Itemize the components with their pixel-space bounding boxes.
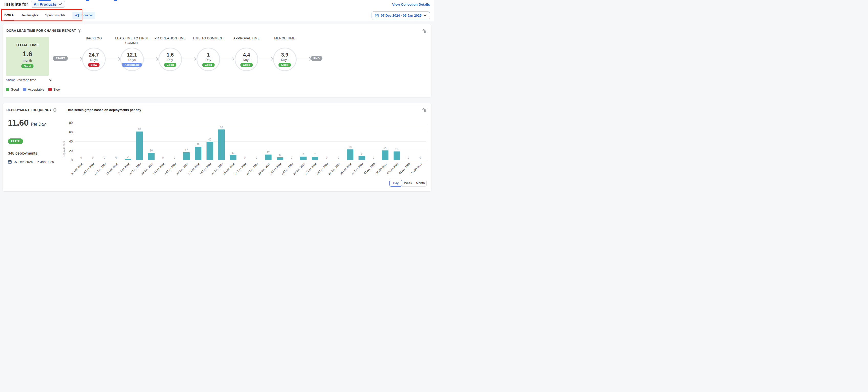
lead-time-card: DORA LEAD TIME FOR CHANGES REPORT i TOTA…	[3, 24, 431, 97]
x-tick-label: 24 Dec 2024	[269, 162, 282, 175]
bar-value-label: 0	[373, 156, 374, 159]
bar-column: 1223 Dec 2024	[262, 123, 274, 160]
stage-circle[interactable]: 12.1DaysAcceptable	[120, 48, 144, 71]
deployment-bar[interactable]	[382, 150, 389, 160]
deployments-bar-chart: Deployments 020406080007 Dec 2024008 Dec…	[63, 123, 426, 160]
y-tick-label: 0	[71, 158, 73, 162]
bar-column: 021 Dec 2024	[239, 123, 251, 160]
bar-value-label: 9	[361, 152, 363, 155]
deployment-bar[interactable]	[265, 155, 272, 160]
bar-column: 6619 Dec 2024	[215, 123, 227, 160]
bar-value-label: 0	[80, 156, 82, 159]
deployment-date-range-value: 07 Dec 2024 - 05 Jan 2025	[14, 160, 54, 164]
tab-dev-insights[interactable]: Dev Insights	[21, 9, 38, 21]
bar-series: 007 Dec 2024008 Dec 2024009 Dec 2024010 …	[75, 123, 426, 160]
insights-tab-bar: DORADev InsightsSprint Insights +3 more	[0, 9, 434, 21]
x-tick-label: 31 Dec 2024	[351, 162, 364, 175]
y-axis-label: Deployments	[62, 131, 65, 168]
chart-settings-icon[interactable]	[422, 108, 427, 113]
tab-dora[interactable]: DORA	[4, 9, 14, 21]
deployment-bar[interactable]	[195, 147, 202, 160]
deployment-bar[interactable]	[230, 155, 237, 160]
chevron-down-icon	[424, 14, 427, 17]
stage-circle[interactable]: 3.9DaysGood	[273, 48, 297, 71]
deployment-bar[interactable]	[394, 151, 400, 160]
show-dropdown[interactable]: Average time	[18, 78, 36, 82]
deployment-bar[interactable]	[300, 157, 307, 160]
deployment-bar[interactable]	[347, 149, 353, 160]
granularity-week-button[interactable]: Week	[402, 180, 414, 186]
x-tick-label: 25 Dec 2024	[281, 162, 294, 175]
bar-value-label: 62	[138, 128, 141, 131]
stage-name: MERGE TIME	[262, 36, 308, 41]
bar-value-label: 8	[303, 153, 304, 156]
deployment-bar[interactable]	[125, 159, 131, 160]
bar-value-label: 0	[174, 156, 176, 159]
flow-stage-time-to-comment: TIME TO COMMENT1DayGood	[196, 36, 221, 71]
bar-column: 1716 Dec 2024	[180, 123, 192, 160]
x-tick-label: 09 Dec 2024	[94, 162, 107, 175]
x-tick-label: 23 Dec 2024	[257, 162, 271, 175]
product-selector-dropdown[interactable]: All Products	[31, 1, 65, 8]
x-tick-label: 14 Dec 2024	[152, 162, 165, 175]
deployment-bar[interactable]	[312, 157, 318, 160]
chevron-down-icon	[90, 14, 92, 16]
x-tick-label: 17 Dec 2024	[187, 162, 200, 175]
bar-value-label: 66	[220, 126, 223, 129]
deployment-bar[interactable]	[359, 156, 365, 160]
stage-status-badge: Good	[240, 63, 253, 67]
stage-unit: Days	[281, 58, 288, 62]
x-tick-label: 08 Dec 2024	[82, 162, 95, 175]
flow-arrow	[144, 59, 158, 59]
x-tick-label: 27 Dec 2024	[304, 162, 317, 175]
stage-status-badge: Good	[202, 63, 215, 67]
legend-swatch	[6, 88, 9, 91]
bar-column: 4018 Dec 2024	[204, 123, 216, 160]
flow-end-pill: END	[311, 56, 322, 61]
y-tick-label: 40	[69, 140, 73, 143]
x-tick-label: 01 Jan 2025	[363, 162, 376, 175]
stage-circle[interactable]: 4.4DaysGood	[235, 48, 258, 71]
stage-status-badge: Good	[278, 63, 291, 67]
stage-circle[interactable]: 1DayGood	[196, 48, 220, 71]
view-collection-details-link[interactable]: View Collection Details	[392, 3, 430, 6]
stage-circle[interactable]: 1.6DayGood	[158, 48, 182, 71]
more-tabs-label: more	[81, 13, 88, 17]
deployment-bar[interactable]	[207, 142, 213, 160]
stage-unit: Days	[128, 58, 135, 62]
more-tabs-dropdown[interactable]: +3 more	[72, 12, 95, 19]
bar-value-label: 0	[338, 156, 339, 159]
deployment-bar[interactable]	[183, 152, 190, 160]
granularity-day-button[interactable]: Day	[390, 180, 402, 186]
bar-column: 007 Dec 2024	[75, 123, 87, 160]
tab-sprint-insights[interactable]: Sprint Insights	[45, 9, 65, 21]
y-tick-label: 20	[69, 149, 73, 153]
bar-column: 6212 Dec 2024	[134, 123, 146, 160]
lead-time-flow: STARTBACKLOG24.7DaysSlowLEAD TIME TO FIR…	[53, 36, 322, 71]
flow-arrow	[106, 59, 120, 59]
deployment-frequency-card: DEPLOYMENT FREQUENCY i Time series graph…	[3, 103, 431, 192]
x-tick-label: 04 Jan 2025	[398, 162, 411, 175]
deployment-rate-unit: Per Day	[31, 122, 46, 127]
info-icon[interactable]: i	[54, 108, 57, 112]
y-tick-label: 80	[69, 121, 73, 125]
bar-value-label: 0	[162, 156, 164, 159]
stage-value: 3.9	[281, 52, 288, 58]
flow-arrow	[221, 59, 234, 59]
stage-value: 1	[207, 52, 210, 58]
deployment-bar[interactable]	[148, 153, 155, 160]
flow-arrow	[68, 59, 82, 59]
chevron-down-icon[interactable]	[50, 79, 52, 81]
x-tick-label: 13 Dec 2024	[141, 162, 154, 175]
stage-circle[interactable]: 24.7DaysSlow	[82, 48, 106, 71]
chart-settings-icon[interactable]	[422, 29, 427, 33]
deployment-bar[interactable]	[277, 157, 283, 160]
deployment-bar[interactable]	[218, 129, 225, 160]
deployment-bar[interactable]	[136, 131, 143, 160]
flow-start-pill: START	[53, 56, 68, 61]
info-icon[interactable]: i	[78, 29, 82, 32]
granularity-month-button[interactable]: Month	[414, 180, 427, 186]
bar-value-label: 0	[256, 156, 257, 159]
bar-column: 028 Dec 2024	[321, 123, 333, 160]
date-range-picker[interactable]: 07 Dec 2024 - 05 Jan 2025	[372, 11, 430, 19]
